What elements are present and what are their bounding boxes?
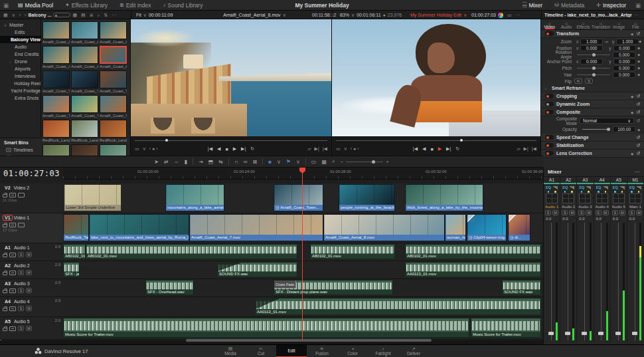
lock-track-icon[interactable] xyxy=(3,308,7,311)
transform-section-header[interactable]: Transform ◆ ↺ xyxy=(541,30,644,38)
media-clip-thumbnail[interactable]: Amalfi_Coast_T... xyxy=(71,95,98,118)
source-clip-name[interactable]: Amalfi_Coast_Aerial_8.mov xyxy=(223,13,280,17)
solo-button[interactable]: S xyxy=(629,210,635,215)
page-tab[interactable]: ✂ Cut xyxy=(246,345,276,357)
video-clip[interactable]: ◷di... xyxy=(508,214,530,241)
bin-item[interactable]: ∨ Master xyxy=(0,21,40,29)
video-track-lane[interactable]: Lower 3rd Simple Underline mountains_alo… xyxy=(63,183,543,213)
video-clip[interactable]: ◷Clip04-wesor-img... xyxy=(467,214,507,241)
eq-button[interactable]: EQ xyxy=(629,185,635,189)
search-icon[interactable]: ⌕ xyxy=(96,13,102,18)
page-tab[interactable]: ✳ Fusion xyxy=(307,345,337,357)
loop-mode-icon[interactable]: ▱ xyxy=(517,146,520,152)
source-video-frame[interactable] xyxy=(131,19,331,136)
fader-handle[interactable] xyxy=(582,332,587,335)
rotation-slider[interactable] xyxy=(577,55,610,55)
mute-button[interactable]: M xyxy=(26,288,32,293)
audio-track-header[interactable]: 2.0 A2Audio 2 S M xyxy=(0,261,63,279)
media-clip-thumbnail[interactable]: Amalfi_Coast_T... xyxy=(100,95,127,118)
solo-button[interactable]: S xyxy=(545,210,551,215)
composite-mode-select[interactable]: Normal ∨ xyxy=(580,118,634,124)
search-filter-pill[interactable] xyxy=(53,13,70,17)
go-first-button[interactable]: |◀ xyxy=(413,146,418,152)
stabilization-enable-toggle[interactable] xyxy=(545,143,554,148)
bin-item[interactable]: Holiday Reel xyxy=(0,80,40,87)
lock-track-icon[interactable] xyxy=(3,272,7,275)
mute-button[interactable]: M xyxy=(603,210,609,215)
inspector-tab[interactable]: Transition xyxy=(592,19,610,29)
fader-handle[interactable] xyxy=(632,332,637,335)
video-track-header[interactable]: V1Video 1 17 Clips xyxy=(0,213,63,243)
zoom-out-icon[interactable]: − xyxy=(340,159,343,165)
reset-icon[interactable]: ↺ xyxy=(636,94,640,99)
cropping-section-header[interactable]: Cropping ◆ ↺ xyxy=(541,92,644,100)
dynamic-trim-tool[interactable]: ⇔ xyxy=(174,159,179,165)
sort-icon[interactable]: ⇅ xyxy=(102,13,110,18)
keyframe-icon[interactable]: ◆ xyxy=(631,152,633,156)
solo-button[interactable]: S xyxy=(578,210,584,215)
razor-tool[interactable]: ▮ xyxy=(185,159,187,165)
source-scrub-bar[interactable] xyxy=(135,140,327,142)
video-clip[interactable]: ◷Amalfi_Coast_Town... xyxy=(274,184,323,211)
auto-select-icon[interactable] xyxy=(9,253,16,257)
timeline-scrub-bar[interactable] xyxy=(336,140,536,142)
dynamic-zoom-section-header[interactable]: Dynamic Zoom ↺ xyxy=(541,100,644,108)
video-clip[interactable]: Amalfi_Coast_Aerial_8.mov xyxy=(323,214,445,241)
bin-item[interactable]: Extra Shots xyxy=(0,94,40,102)
reset-icon[interactable]: ↺ xyxy=(636,110,640,115)
audio-track-lane[interactable]: Music Score for Trailer.mov Music Score … xyxy=(63,317,543,340)
chevron-down-icon[interactable]: ∨ xyxy=(296,159,300,165)
track-id[interactable]: A3 xyxy=(3,281,13,287)
video-clip[interactable]: lake_next_to_mountains_and_trees_aerial_… xyxy=(89,214,189,241)
timeline-zoom-select[interactable]: 83% xyxy=(340,13,349,17)
position-x-input[interactable]: 0.000 xyxy=(580,45,603,51)
go-last-button[interactable]: ▶| xyxy=(446,146,451,152)
mixer-channel-strip[interactable]: M1 EQ Main 1 S M 0.0 xyxy=(627,177,644,343)
play-button[interactable]: ▶ xyxy=(233,146,236,152)
bin-item[interactable]: Airports xyxy=(0,65,40,72)
yaw-slider[interactable] xyxy=(577,74,610,75)
mute-button[interactable]: M xyxy=(619,210,625,215)
enable-track-icon[interactable] xyxy=(18,193,25,197)
keyframe-icon[interactable]: ◆ xyxy=(637,46,640,50)
auto-select-icon[interactable] xyxy=(9,193,16,197)
lens-correction-section-header[interactable]: Lens Correction ◆ ↺ xyxy=(541,150,644,158)
mixer-channel-strip[interactable]: A3 EQ Audio 3 S M 0.0 xyxy=(577,177,594,343)
keyframe-icon[interactable]: ◆ xyxy=(637,72,640,76)
color-wheel-icon[interactable] xyxy=(498,13,503,18)
timeline-scrub-playhead[interactable] xyxy=(460,139,463,142)
mixer-channel-strip[interactable]: A5 EQ Audio 5 S M 0.0 xyxy=(611,177,627,343)
reset-icon[interactable]: ↺ xyxy=(636,102,640,107)
media-clip-thumbnail[interactable]: Amalfi_Coast_A... xyxy=(71,21,98,45)
chevron-down-icon[interactable]: ∨ xyxy=(143,146,146,152)
solo-button[interactable]: S xyxy=(612,210,618,215)
panel-layout-icon[interactable]: ▦ xyxy=(1,13,10,18)
auto-select-icon[interactable] xyxy=(9,326,16,331)
auto-select-icon[interactable] xyxy=(9,306,16,311)
video-track-header[interactable]: V2Video 2 11 Clips xyxy=(0,183,63,213)
track-id[interactable]: A5 xyxy=(3,318,13,324)
stop-button[interactable]: ■ xyxy=(430,147,433,152)
bin-item[interactable]: Audio xyxy=(0,43,40,51)
media-clip-thumbnail[interactable]: RedRock_Land... xyxy=(100,120,127,143)
audio-track-header[interactable]: 2.0 A1Audio 1 S M xyxy=(0,243,63,261)
fader-handle[interactable] xyxy=(598,332,604,335)
inspector-tab[interactable]: Effects xyxy=(575,19,592,29)
dynamic-zoom-enable-toggle[interactable] xyxy=(545,102,554,106)
pitch-input[interactable]: 0.000 xyxy=(613,65,635,71)
zoom-fit-button[interactable]: ▭ xyxy=(311,159,317,165)
transform-enable-toggle[interactable] xyxy=(545,31,554,36)
audio-track-lane[interactable]: AA0113_01.mov xyxy=(63,297,543,317)
mixer-channel-strip[interactable]: A1 EQ Audio 1 S M 0.0 xyxy=(544,177,560,343)
timeline-name-select[interactable]: My Summer Holiday Edit xyxy=(410,13,461,17)
timeline-zoom-slider[interactable]: − + xyxy=(340,159,388,165)
keyframe-icon[interactable]: ◆ xyxy=(631,110,633,114)
viewer-mode-icon[interactable]: ▭ xyxy=(135,146,139,152)
cropping-enable-toggle[interactable] xyxy=(545,94,554,98)
chevron-down-icon[interactable]: ∨ xyxy=(277,159,281,165)
media-clip-thumbnail[interactable]: Amalfi_Coast_A... xyxy=(71,46,98,69)
video-clip[interactable]: mountains_along_a_lake_aerial_by_Roma... xyxy=(165,184,224,211)
back-icon[interactable]: ‹ xyxy=(17,13,23,17)
page-tab[interactable]: ▤ Media xyxy=(215,345,246,357)
lock-track-icon[interactable] xyxy=(3,254,7,257)
